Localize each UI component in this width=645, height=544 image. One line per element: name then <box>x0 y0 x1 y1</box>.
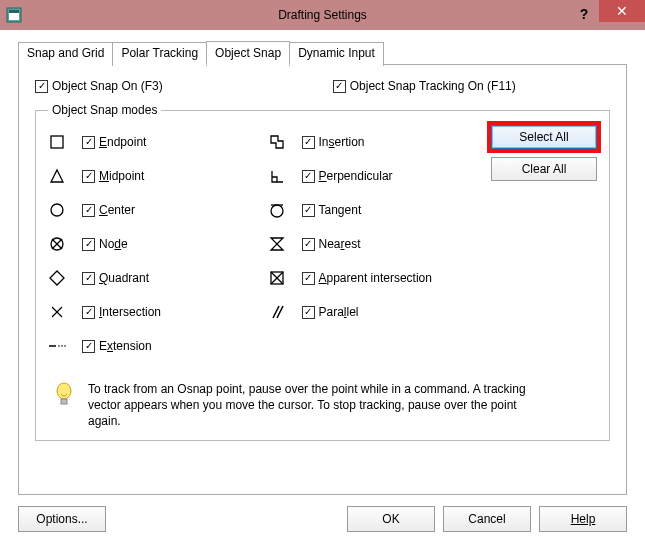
cancel-button[interactable]: Cancel <box>443 506 531 532</box>
tangent-icon <box>268 201 286 219</box>
check-icon: ✓ <box>82 272 95 285</box>
mode-label: Node <box>99 237 128 251</box>
app-icon <box>6 7 22 23</box>
checkbox-center[interactable]: ✓Center <box>82 203 135 217</box>
check-icon: ✓ <box>302 306 315 319</box>
checkbox-endpoint[interactable]: ✓Endpoint <box>82 135 146 149</box>
extension-icon <box>48 337 66 355</box>
modes-column-left: ✓Endpoint ✓Midpoint ✓Center ✓Node ✓Quadr… <box>48 125 268 363</box>
mode-label: Center <box>99 203 135 217</box>
checkbox-intersection[interactable]: ✓Intersection <box>82 305 161 319</box>
svg-point-17 <box>271 205 283 217</box>
check-icon: ✓ <box>302 272 315 285</box>
checkbox-osnap-tracking-on[interactable]: ✓ Object Snap Tracking On (F11) <box>333 79 516 93</box>
mode-label: Quadrant <box>99 271 149 285</box>
tab-polar-tracking[interactable]: Polar Tracking <box>112 42 207 66</box>
quadrant-icon <box>48 269 66 287</box>
checkbox-osnap-on[interactable]: ✓ Object Snap On (F3) <box>35 79 163 93</box>
check-icon: ✓ <box>302 136 315 149</box>
title-bar: Drafting Settings ? ✕ <box>0 0 645 30</box>
svg-point-24 <box>57 383 71 399</box>
tip-text: To track from an Osnap point, pause over… <box>88 381 528 430</box>
ok-button[interactable]: OK <box>347 506 435 532</box>
mode-label: Extension <box>99 339 152 353</box>
svg-point-15 <box>64 345 66 347</box>
help-button[interactable]: Help <box>539 506 627 532</box>
lightbulb-icon <box>52 381 76 430</box>
checkbox-tangent[interactable]: ✓Tangent <box>302 203 362 217</box>
svg-rect-2 <box>9 10 19 13</box>
check-icon: ✓ <box>302 170 315 183</box>
check-icon: ✓ <box>302 204 315 217</box>
svg-marker-18 <box>271 238 283 250</box>
checkbox-label: Object Snap On (F3) <box>52 79 163 93</box>
window-title: Drafting Settings <box>278 8 367 22</box>
nearest-icon <box>268 235 286 253</box>
dialog-button-row: Options... OK Cancel Help <box>18 506 627 532</box>
object-snap-modes-group: Object Snap modes ✓Endpoint ✓Midpoint ✓C… <box>35 103 610 441</box>
insertion-icon <box>268 133 286 151</box>
check-icon: ✓ <box>82 306 95 319</box>
checkbox-quadrant[interactable]: ✓Quadrant <box>82 271 149 285</box>
perpendicular-icon <box>268 167 286 185</box>
intersection-icon <box>48 303 66 321</box>
modes-button-column: Select All Clear All <box>487 125 597 363</box>
check-icon: ✓ <box>82 204 95 217</box>
mode-label: Nearest <box>319 237 361 251</box>
mode-label: Parallel <box>319 305 359 319</box>
window: Drafting Settings ? ✕ Snap and Grid Pola… <box>0 0 645 544</box>
help-label: Help <box>571 512 596 526</box>
checkbox-extension[interactable]: ✓Extension <box>82 339 152 353</box>
select-all-button[interactable]: Select All <box>491 125 597 149</box>
center-icon <box>48 201 66 219</box>
mode-label: Insertion <box>319 135 365 149</box>
mode-label: Tangent <box>319 203 362 217</box>
check-icon: ✓ <box>302 238 315 251</box>
checkbox-apparent-intersection[interactable]: ✓Apparent intersection <box>302 271 432 285</box>
mode-label: Midpoint <box>99 169 144 183</box>
clear-all-button[interactable]: Clear All <box>491 157 597 181</box>
check-icon: ✓ <box>35 80 48 93</box>
mode-label: Perpendicular <box>319 169 393 183</box>
check-icon: ✓ <box>82 170 95 183</box>
group-legend: Object Snap modes <box>48 103 161 117</box>
apparent-intersection-icon <box>268 269 286 287</box>
checkbox-nearest[interactable]: ✓Nearest <box>302 237 361 251</box>
svg-point-13 <box>58 345 60 347</box>
tab-dynamic-input[interactable]: Dynamic Input <box>289 42 384 66</box>
svg-rect-3 <box>51 136 63 148</box>
check-icon: ✓ <box>82 340 95 353</box>
svg-marker-9 <box>50 271 64 285</box>
midpoint-icon <box>48 167 66 185</box>
tab-strip: Snap and Grid Polar Tracking Object Snap… <box>18 40 627 65</box>
svg-marker-4 <box>51 170 63 182</box>
check-icon: ✓ <box>82 238 95 251</box>
checkbox-label: Object Snap Tracking On (F11) <box>350 79 516 93</box>
help-button[interactable]: ? <box>569 0 599 28</box>
endpoint-icon <box>48 133 66 151</box>
svg-point-5 <box>51 204 63 216</box>
checkbox-midpoint[interactable]: ✓Midpoint <box>82 169 144 183</box>
node-icon <box>48 235 66 253</box>
check-icon: ✓ <box>82 136 95 149</box>
checkbox-node[interactable]: ✓Node <box>82 237 128 251</box>
mode-label: Apparent intersection <box>319 271 432 285</box>
tab-pane: ✓ Object Snap On (F3) ✓ Object Snap Trac… <box>18 65 627 495</box>
tab-snap-and-grid[interactable]: Snap and Grid <box>18 42 113 66</box>
content-area: Snap and Grid Polar Tracking Object Snap… <box>0 30 645 495</box>
checkbox-perpendicular[interactable]: ✓Perpendicular <box>302 169 393 183</box>
checkbox-insertion[interactable]: ✓Insertion <box>302 135 365 149</box>
mode-label: Intersection <box>99 305 161 319</box>
svg-rect-25 <box>61 399 67 404</box>
tab-object-snap[interactable]: Object Snap <box>206 41 290 65</box>
modes-column-right: ✓Insertion ✓Perpendicular ✓Tangent ✓Near… <box>268 125 488 363</box>
mode-label: Endpoint <box>99 135 146 149</box>
svg-point-14 <box>61 345 63 347</box>
tip-row: To track from an Osnap point, pause over… <box>48 381 597 430</box>
checkbox-parallel[interactable]: ✓Parallel <box>302 305 359 319</box>
options-button[interactable]: Options... <box>18 506 106 532</box>
close-button[interactable]: ✕ <box>599 0 645 22</box>
parallel-icon <box>268 303 286 321</box>
check-icon: ✓ <box>333 80 346 93</box>
